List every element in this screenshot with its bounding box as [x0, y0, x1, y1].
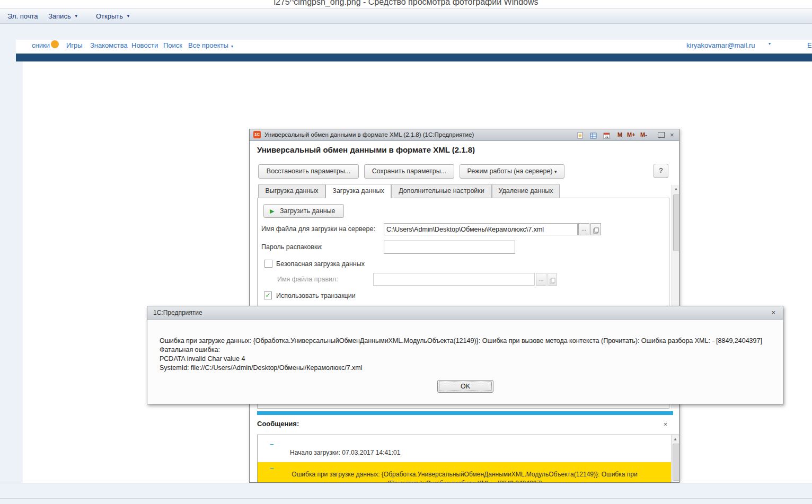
browser-links-bar: kiryakovamar@mail.ru ▾ Е сникиИгрыЗнаком… — [16, 40, 812, 54]
browser-link[interactable]: сники — [32, 41, 50, 49]
photo-viewer-bottom-chrome — [0, 483, 812, 504]
error-dialog-title: 1С:Предприятие — [153, 309, 202, 316]
chevron-down-icon: ▼ — [126, 14, 130, 19]
browser-dark-bar — [16, 54, 812, 61]
screen: i275^cimgpsh_orig.png - Средство просмот… — [0, 0, 812, 504]
memory-m-minus-button[interactable]: M- — [640, 131, 647, 138]
safe-load-checkbox[interactable] — [264, 260, 272, 268]
browser-link[interactable]: Поиск — [163, 41, 182, 49]
menu-open[interactable]: Открыть▼ — [93, 8, 134, 24]
xml-dialog-title: Универсальный обмен данными в формате XM… — [264, 131, 474, 138]
error-line: Фатальная ошибка: — [160, 346, 220, 353]
close-icon[interactable]: × — [771, 308, 775, 316]
messages-list: − Начало загрузки: 07.03.2017 14:41:01 −… — [257, 435, 679, 483]
menu-open-label: Открыть — [96, 12, 123, 20]
message-item[interactable]: Начало загрузки: 07.03.2017 14:41:01 — [290, 449, 400, 456]
xml-tab-3[interactable]: Дополнительные настройки — [391, 184, 492, 198]
scrollbar-thumb[interactable] — [673, 444, 679, 481]
scroll-up-icon[interactable]: ▲ — [672, 437, 679, 441]
chevron-down-icon: ▾ — [554, 169, 557, 174]
mailru-account-link[interactable]: kiryakovamar@mail.ru — [686, 41, 755, 49]
xml-tab-2[interactable]: Загрузка данных — [325, 184, 391, 198]
copy-icon[interactable] — [590, 223, 601, 235]
table-grid-icon[interactable] — [590, 131, 597, 141]
error-line: Ошибка при загрузке данных: {Обработка.У… — [160, 337, 762, 344]
xml-tab-1[interactable]: Выгрузка данных — [258, 184, 325, 198]
menu-email-label: Эл. почта — [7, 12, 38, 20]
save-params-button[interactable]: Сохранить параметры... — [364, 164, 454, 179]
ok-button[interactable]: OK — [437, 380, 493, 393]
close-icon[interactable]: × — [664, 421, 667, 428]
photo-viewer-divider — [0, 498, 812, 499]
unpack-password-input[interactable] — [384, 241, 515, 254]
message-item-error[interactable]: − Ошибка при загрузке данных: {Обработка… — [258, 462, 672, 483]
error-message-line1: Ошибка при загрузке данных: {Обработка.У… — [258, 471, 672, 478]
chevron-down-icon: ▾ — [769, 41, 771, 46]
file-name-input[interactable] — [384, 223, 578, 235]
error-line: PCDATA invalid Char value 4 — [160, 355, 245, 362]
maximize-icon[interactable] — [658, 132, 665, 138]
1c-logo-icon: 1С — [253, 131, 261, 138]
browse-rules-button[interactable]: ... — [536, 273, 546, 286]
error-dialog-titlebar[interactable]: 1С:Предприятие × — [147, 306, 783, 320]
xml-dialog-titlebar[interactable]: 1С Универсальный обмен данными в формате… — [250, 129, 679, 141]
messages-header: Сообщения: — [257, 420, 299, 428]
load-data-label: Загрузить данные — [280, 207, 336, 215]
unpack-password-label: Пароль распаковки: — [261, 243, 323, 251]
messages-scrollbar[interactable]: ▲ — [671, 435, 679, 483]
memory-m-button[interactable]: M — [617, 131, 622, 138]
browser-link[interactable]: Игры — [66, 41, 83, 49]
file-name-label: Имя файла для загрузки на сервере: — [261, 225, 375, 233]
load-data-button[interactable]: ▶Загрузить данные — [263, 204, 344, 218]
collapse-icon[interactable]: − — [270, 440, 274, 448]
scroll-up-icon[interactable]: ▲ — [672, 187, 679, 191]
error-line: SystemId: file://C:/Users/Admin/Desktop/… — [160, 364, 363, 372]
restore-params-button[interactable]: Восстановить параметры... — [258, 164, 359, 179]
work-mode-button[interactable]: Режим работы (на сервере) ▾ — [460, 164, 564, 179]
favorites-page-icon[interactable] — [577, 131, 584, 141]
browser-link[interactable]: Все проекты▾ — [188, 41, 233, 49]
photo-viewer-menubar: Эл. почта Запись▼ Открыть▼ — [0, 8, 812, 24]
svg-text:31: 31 — [605, 135, 608, 138]
error-dialog: 1С:Предприятие × Ошибка при загрузке дан… — [147, 306, 783, 404]
scrollbar-thumb[interactable] — [673, 194, 679, 251]
browser-edge-fragment: Е — [807, 41, 812, 49]
use-transactions-checkbox[interactable]: ✓ — [264, 291, 272, 299]
chevron-down-icon: ▾ — [231, 44, 233, 49]
menu-burn-label: Запись — [48, 12, 71, 20]
menu-email[interactable]: Эл. почта — [4, 8, 41, 24]
help-button[interactable]: ? — [654, 164, 668, 178]
browse-file-button[interactable]: ... — [578, 223, 589, 235]
chevron-down-icon: ▼ — [74, 14, 78, 19]
rules-file-label: Имя файла правил: — [277, 276, 338, 283]
work-mode-label: Режим работы (на сервере) — [467, 167, 552, 175]
xml-dialog-heading: Универсальный обмен данными в формате XM… — [257, 145, 475, 154]
copy-icon[interactable] — [548, 273, 557, 286]
photo-viewer-title: i275^cimgpsh_orig.png - Средство просмот… — [0, 0, 812, 8]
menu-burn[interactable]: Запись▼ — [45, 8, 82, 24]
memory-m-plus-button[interactable]: M+ — [627, 131, 636, 138]
xml-tab-4[interactable]: Удаление данных — [492, 184, 560, 198]
play-icon: ▶ — [270, 205, 274, 217]
calendar-icon[interactable]: 31 — [603, 131, 610, 141]
use-transactions-label[interactable]: Использовать транзакции — [276, 292, 356, 299]
browser-link[interactable]: Новости — [131, 41, 158, 49]
browser-link[interactable]: Знакомства — [90, 41, 128, 49]
messages-accent-bar — [257, 411, 673, 415]
notification-badge — [51, 40, 59, 48]
rules-file-input[interactable] — [373, 273, 535, 286]
close-icon[interactable]: × — [670, 131, 674, 139]
safe-load-label[interactable]: Безопасная загрузка данных — [276, 260, 365, 268]
